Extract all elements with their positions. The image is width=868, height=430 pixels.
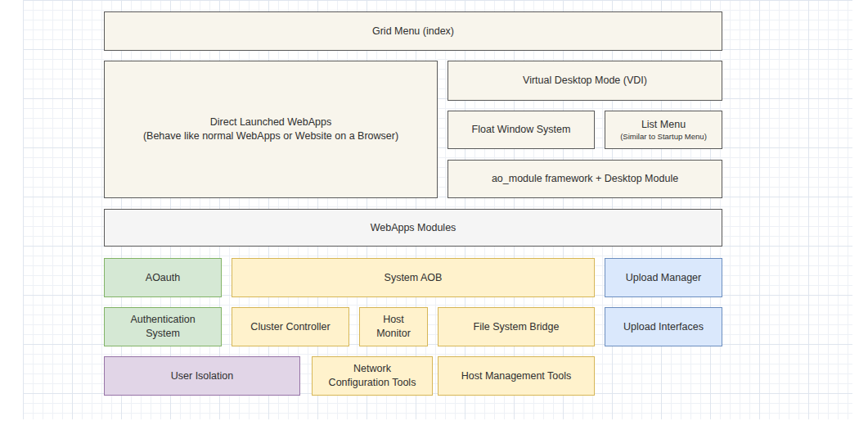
box-virtual-desktop-mode-label: Virtual Desktop Mode (VDI)	[523, 74, 647, 88]
box-network-configuration-tools-label: Network Configuration Tools	[329, 362, 416, 390]
box-virtual-desktop-mode: Virtual Desktop Mode (VDI)	[447, 61, 722, 101]
box-host-management-tools: Host Management Tools	[438, 356, 595, 396]
box-direct-launched-webapps-label: Direct Launched WebApps (Behave like nor…	[143, 115, 398, 143]
box-host-management-tools-label: Host Management Tools	[461, 369, 572, 383]
box-cluster-controller: Cluster Controller	[232, 307, 349, 346]
box-authentication-system: Authentication System	[104, 307, 222, 346]
box-host-monitor-label: Host Monitor	[376, 313, 411, 341]
box-upload-interfaces-label: Upload Interfaces	[623, 320, 704, 334]
box-grid-menu: Grid Menu (index)	[104, 11, 722, 51]
box-direct-launched-webapps: Direct Launched WebApps (Behave like nor…	[104, 61, 438, 198]
box-authentication-system-label: Authentication System	[130, 313, 195, 341]
box-network-configuration-tools: Network Configuration Tools	[312, 356, 433, 396]
box-file-system-bridge: File System Bridge	[438, 307, 595, 346]
box-list-menu: List Menu (Similar to Startup Menu)	[605, 111, 722, 149]
box-upload-interfaces: Upload Interfaces	[605, 307, 722, 346]
box-system-aob-label: System AOB	[385, 271, 443, 285]
box-file-system-bridge-label: File System Bridge	[474, 320, 560, 334]
box-list-menu-title: List Menu	[641, 118, 686, 132]
diagram-canvas: Grid Menu (index) Direct Launched WebApp…	[0, 0, 868, 430]
box-ao-module-framework-label: ao_module framework + Desktop Module	[492, 172, 678, 186]
box-cluster-controller-label: Cluster Controller	[250, 320, 330, 334]
box-grid-menu-label: Grid Menu (index)	[372, 25, 454, 38]
box-ao-module-framework: ao_module framework + Desktop Module	[447, 160, 722, 198]
box-webapps-modules-label: WebApps Modules	[371, 221, 456, 235]
box-list-menu-subtitle: (Similar to Startup Menu)	[620, 132, 707, 142]
box-upload-manager-label: Upload Manager	[626, 271, 701, 285]
box-aoauth-label: AOauth	[146, 271, 180, 285]
box-float-window-system: Float Window System	[447, 111, 595, 149]
box-upload-manager: Upload Manager	[605, 258, 722, 297]
box-system-aob: System AOB	[232, 258, 595, 297]
box-float-window-system-label: Float Window System	[472, 123, 571, 137]
box-aoauth: AOauth	[104, 258, 222, 297]
box-host-monitor: Host Monitor	[359, 307, 428, 346]
box-user-isolation-label: User Isolation	[171, 369, 233, 383]
box-webapps-modules: WebApps Modules	[104, 209, 722, 247]
box-user-isolation: User Isolation	[104, 356, 300, 396]
